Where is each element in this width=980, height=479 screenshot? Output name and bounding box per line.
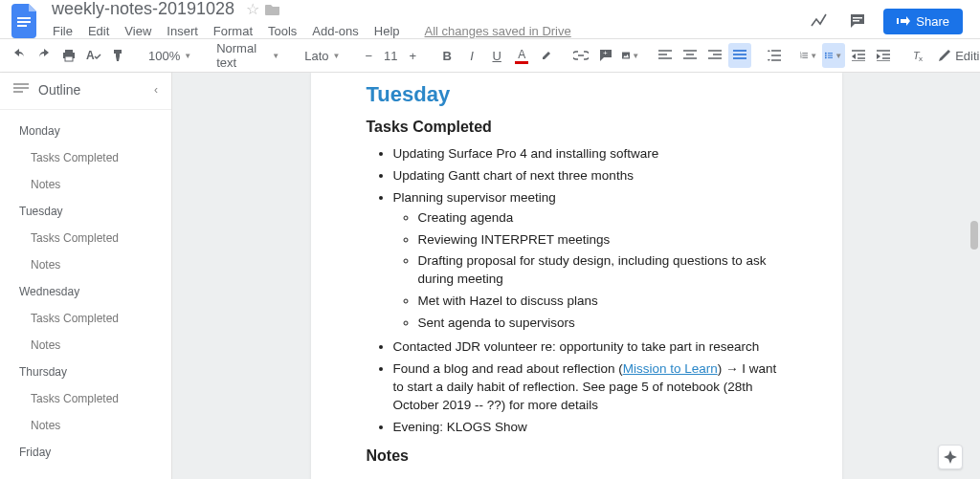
activity-icon[interactable] — [807, 9, 832, 33]
font-value: Lato — [304, 49, 328, 63]
svg-text:x: x — [919, 54, 923, 62]
svg-rect-5 — [65, 50, 73, 53]
highlight-color-icon[interactable] — [535, 43, 558, 68]
align-center-icon[interactable] — [679, 43, 702, 68]
align-left-icon[interactable] — [654, 43, 677, 68]
share-button[interactable]: Share — [883, 9, 963, 34]
heading-notes[interactable]: Notes — [367, 447, 787, 465]
content-area: Outline ‹ Monday Tasks Completed Notes T… — [0, 73, 980, 479]
star-icon[interactable]: ☆ — [246, 0, 259, 18]
list-item[interactable]: Planning supervisor meeting Creating age… — [393, 187, 787, 337]
scrollbar-thumb[interactable] — [970, 221, 978, 250]
docs-logo[interactable] — [8, 4, 42, 38]
outline-list: Monday Tasks Completed Notes Tuesday Tas… — [0, 110, 171, 479]
svg-point-16 — [825, 56, 827, 58]
font-size-increase[interactable]: + — [401, 43, 424, 68]
svg-rect-10 — [622, 53, 630, 59]
print-icon[interactable] — [57, 43, 80, 68]
undo-icon[interactable] — [8, 43, 31, 68]
font-dropdown[interactable]: Lato▼ — [298, 43, 345, 68]
list-item[interactable]: Contacted JDR volunteer re: opportunity … — [393, 337, 787, 359]
outline-item[interactable]: Notes — [0, 251, 171, 278]
document-canvas[interactable]: Tuesday Tasks Completed Updating Surface… — [172, 73, 980, 479]
svg-rect-4 — [853, 20, 859, 22]
spellcheck-icon[interactable]: A — [82, 43, 105, 68]
outline-item[interactable]: Monday — [0, 118, 171, 144]
align-right-icon[interactable] — [703, 43, 726, 68]
editing-mode-dropdown[interactable]: Editing ▼ — [931, 43, 980, 68]
document-title[interactable]: weekly-notes-20191028 — [46, 0, 240, 21]
list-item[interactable]: Met with Hazel to discuss plans — [418, 291, 787, 313]
heading-day[interactable]: Tuesday — [367, 82, 787, 107]
titlebar: weekly-notes-20191028 ☆ File Edit View I… — [0, 0, 980, 38]
outline-item[interactable]: Notes — [0, 332, 171, 359]
mission-to-learn-link[interactable]: Mission to Learn — [623, 361, 718, 376]
comment-icon[interactable]: + — [594, 43, 617, 68]
outline-item[interactable]: Tasks Completed — [0, 305, 171, 332]
style-value: Normal text — [216, 41, 268, 70]
list-item[interactable]: Evening: KLOGS Show — [393, 417, 787, 439]
list-item[interactable]: Found a blog and read about reflection (… — [393, 359, 787, 417]
increase-indent-icon[interactable] — [872, 43, 895, 68]
style-dropdown[interactable]: Normal text▼ — [210, 43, 286, 68]
zoom-dropdown[interactable]: 100%▼ — [142, 43, 198, 68]
svg-point-14 — [825, 53, 827, 54]
outline-item[interactable]: Tuesday — [0, 198, 171, 225]
image-icon[interactable]: ▼ — [619, 43, 642, 68]
svg-rect-1 — [17, 21, 31, 23]
share-label: Share — [916, 14, 949, 29]
scrollbar[interactable] — [967, 73, 980, 479]
outline-item[interactable]: Friday — [0, 439, 171, 466]
text-color-icon[interactable]: A — [510, 43, 533, 68]
list-item[interactable]: Updating Gantt chart of next three month… — [393, 165, 787, 187]
bold-icon[interactable]: B — [435, 43, 458, 68]
list-item[interactable]: Sent agenda to supervisors — [418, 313, 787, 335]
page[interactable]: Tuesday Tasks Completed Updating Surface… — [311, 73, 842, 479]
outline-title: Outline — [38, 82, 154, 98]
outline-item[interactable]: Thursday — [0, 359, 171, 385]
font-size[interactable]: 11 — [382, 43, 399, 68]
svg-rect-7 — [65, 56, 73, 61]
list-text: Found a blog and read about reflection ( — [393, 361, 623, 376]
outline-item[interactable]: Tasks Completed — [0, 144, 171, 171]
outline-item[interactable]: Tasks Completed — [0, 225, 171, 251]
italic-icon[interactable]: I — [460, 43, 483, 68]
svg-rect-3 — [853, 17, 862, 19]
comments-icon[interactable] — [845, 9, 870, 33]
outline-item[interactable]: Wednesday — [0, 278, 171, 305]
align-justify-icon[interactable] — [728, 43, 751, 68]
outline-icon — [13, 83, 29, 97]
move-folder-icon[interactable] — [265, 3, 280, 16]
pencil-icon — [938, 49, 951, 62]
heading-tasks[interactable]: Tasks Completed — [367, 119, 787, 136]
list-item[interactable]: Drafting proposal for study design, incl… — [418, 250, 787, 291]
redo-icon[interactable] — [33, 43, 56, 68]
underline-icon[interactable]: U — [485, 43, 508, 68]
list-item[interactable]: Creating agenda — [418, 207, 787, 229]
svg-point-15 — [825, 54, 827, 56]
clear-formatting-icon[interactable]: Tx — [906, 43, 929, 68]
collapse-outline-icon[interactable]: ‹ — [154, 83, 158, 97]
explore-button[interactable] — [938, 445, 963, 469]
svg-text:A: A — [86, 49, 95, 62]
font-size-decrease[interactable]: − — [357, 43, 380, 68]
bulleted-list-icon[interactable]: ▼ — [822, 43, 845, 68]
list-item[interactable]: Updating Surface Pro 4 and installing so… — [393, 143, 787, 165]
svg-rect-0 — [17, 17, 31, 19]
outline-item[interactable]: Notes — [0, 171, 171, 198]
outline-panel: Outline ‹ Monday Tasks Completed Notes T… — [0, 73, 172, 479]
numbered-list-icon[interactable]: 123▼ — [797, 43, 820, 68]
svg-rect-2 — [17, 25, 27, 27]
list-text: Planning supervisor meeting — [393, 190, 556, 205]
zoom-value: 100% — [148, 49, 180, 63]
task-list[interactable]: Updating Surface Pro 4 and installing so… — [393, 143, 787, 438]
list-item[interactable]: Reviewing INTERPRET meetings — [418, 229, 787, 251]
outline-item[interactable]: Notes — [0, 412, 171, 439]
decrease-indent-icon[interactable] — [847, 43, 870, 68]
line-spacing-icon[interactable] — [763, 43, 786, 68]
svg-text:3: 3 — [800, 55, 802, 59]
outline-item[interactable]: Tasks Completed — [0, 385, 171, 412]
link-icon[interactable] — [569, 43, 592, 68]
font-size-value: 11 — [384, 49, 397, 63]
paint-format-icon[interactable] — [107, 43, 130, 68]
